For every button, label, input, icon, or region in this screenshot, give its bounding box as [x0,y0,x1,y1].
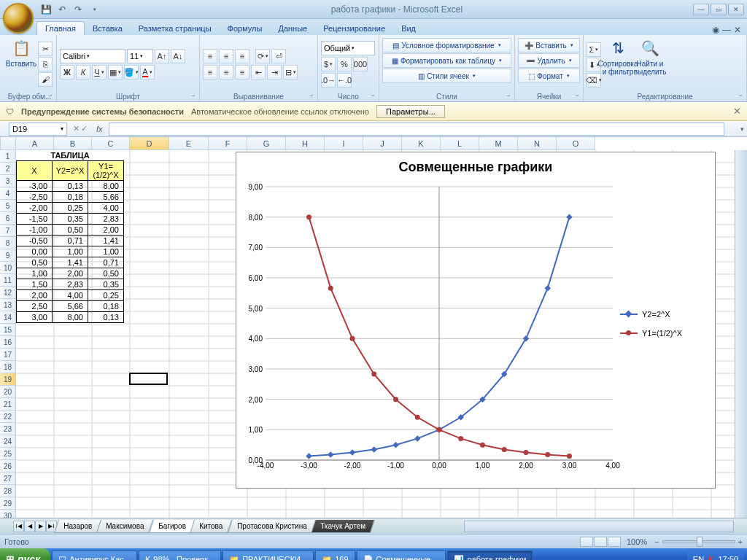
column-header-K[interactable]: K [402,137,441,150]
zoom-slider[interactable] [662,540,735,543]
row-header-8[interactable]: 8 [0,237,16,249]
close-button[interactable]: ✕ [728,4,744,15]
orientation-icon[interactable]: ⟳ [255,49,270,63]
row-header-5[interactable]: 5 [0,200,16,212]
row-header-4[interactable]: 4 [0,187,16,200]
font-name-select[interactable]: Calibri [60,49,125,63]
row-header-25[interactable]: 25 [0,448,16,460]
horizontal-scrollbar[interactable] [464,521,734,532]
wrap-text-icon[interactable]: ⏎ [271,49,286,63]
row-header-21[interactable]: 21 [0,398,16,411]
column-header-N[interactable]: N [518,137,557,150]
undo-icon[interactable]: ↶ [55,3,69,16]
format-cells-button[interactable]: ⬚ Формат [518,69,580,83]
qat-dropdown-icon[interactable] [88,3,101,16]
row-header-9[interactable]: 9 [0,249,16,262]
delete-cells-button[interactable]: ➖ Удалить [518,53,580,68]
view-normal-icon[interactable] [580,537,593,547]
dec-decimal-icon[interactable]: ←.0 [337,73,352,88]
autosum-icon[interactable]: Σ [587,42,601,57]
view-layout-icon[interactable] [594,537,607,547]
row-header-3[interactable]: 3 [0,175,16,187]
row-header-22[interactable]: 22 [0,411,16,423]
align-top-icon[interactable]: ≡ [203,49,217,63]
border-icon[interactable]: ▦ [108,65,123,79]
enter-icon[interactable]: ✓ [81,124,88,133]
column-header-L[interactable]: L [441,137,479,150]
zoom-level[interactable]: 100% [627,537,647,546]
select-all-corner[interactable] [0,137,16,150]
column-header-J[interactable]: J [363,137,402,150]
comma-icon[interactable]: 000 [353,57,368,71]
vertical-scrollbar[interactable] [735,150,747,518]
column-header-I[interactable]: I [325,137,363,150]
taskbar-item[interactable]: 📄Совмещенные ... [357,551,446,560]
expand-fbar-icon[interactable]: ▾ [740,125,747,133]
sheet-tab[interactable]: Назаров [54,520,101,533]
taskbar-item[interactable]: 🛡Антивирус Кас... [52,551,137,560]
shrink-font-icon[interactable]: A↓ [171,49,185,63]
row-header-7[interactable]: 7 [0,225,16,237]
formula-input[interactable] [109,122,724,136]
align-mid-icon[interactable]: ≡ [219,49,233,63]
system-tray[interactable]: EN K 17:50 [687,548,744,560]
row-header-10[interactable]: 10 [0,262,16,274]
cut-icon[interactable]: ✂ [38,42,53,56]
align-center-icon[interactable]: ≡ [219,65,233,79]
sort-filter-button[interactable]: ⇅Сортировка и фильтр [603,36,633,92]
font-color-icon[interactable]: A [140,65,155,79]
currency-icon[interactable]: $ [321,57,336,71]
sheet-tab[interactable]: Китова [190,520,232,533]
inc-decimal-icon[interactable]: .0→ [321,73,336,88]
save-icon[interactable]: 💾 [39,3,53,16]
align-right-icon[interactable]: ≡ [235,65,249,79]
fx-icon[interactable]: fx [93,125,106,133]
column-header-F[interactable]: F [209,137,247,150]
tab-home[interactable]: Главная [36,21,85,35]
help-icon[interactable]: ◉ [712,25,719,35]
column-header-A[interactable]: A [16,137,54,150]
format-painter-icon[interactable]: 🖌 [38,72,53,87]
row-header-1[interactable]: 1 [0,150,16,163]
sheet-tab[interactable]: Максимова [96,520,153,533]
sheet-tab[interactable]: Протасова Кристина [228,520,316,533]
lang-indicator[interactable]: EN [693,555,704,560]
inc-indent-icon[interactable]: ⇥ [267,65,282,79]
clock[interactable]: 17:50 [718,555,738,560]
embedded-chart[interactable]: Совмещенные графики 0,001,002,003,004,00… [236,152,716,489]
doc-close-icon[interactable]: ✕ [734,25,741,35]
sheet-nav-next-icon[interactable]: ▶ [35,521,46,532]
row-header-13[interactable]: 13 [0,299,16,311]
row-header-24[interactable]: 24 [0,435,16,448]
dec-indent-icon[interactable]: ⇤ [251,65,266,79]
insert-cells-button[interactable]: ➕ Вставить [518,38,580,52]
security-close-icon[interactable]: ✕ [733,106,741,117]
column-header-M[interactable]: M [479,137,518,150]
tab-view[interactable]: Вид [393,22,424,35]
find-select-button[interactable]: 🔍Найти и выделить [635,36,665,92]
column-header-O[interactable]: O [557,137,595,150]
conditional-formatting-button[interactable]: ▤ Условное форматирование [382,38,511,52]
min-ribbon-icon[interactable]: — [722,25,731,35]
row-header-28[interactable]: 28 [0,485,16,497]
restore-button[interactable]: ▭ [711,4,727,15]
tab-data[interactable]: Данные [270,22,315,35]
column-header-C[interactable]: C [92,137,130,150]
taskbar-item[interactable]: 📁ПРАКТИЧЕСКИ... [222,551,314,560]
taskbar-item[interactable]: 📊работа графики [447,551,533,560]
row-header-26[interactable]: 26 [0,460,16,472]
percent-icon[interactable]: % [337,57,352,71]
start-button[interactable]: пуск [0,548,50,560]
italic-button[interactable]: К [76,65,90,79]
column-header-G[interactable]: G [247,137,286,150]
column-header-B[interactable]: B [54,137,92,150]
cancel-entry-icon[interactable]: ✕ [73,124,80,133]
fill-color-icon[interactable]: 🪣 [124,65,139,79]
name-box[interactable]: D19▾ [9,122,67,136]
tray-kaspersky-icon[interactable]: K [708,555,713,560]
bold-button[interactable]: Ж [60,65,74,79]
column-header-D[interactable]: D [130,137,169,150]
row-header-29[interactable]: 29 [0,497,16,510]
number-format-select[interactable]: Общий [321,41,375,55]
row-header-14[interactable]: 14 [0,311,16,324]
